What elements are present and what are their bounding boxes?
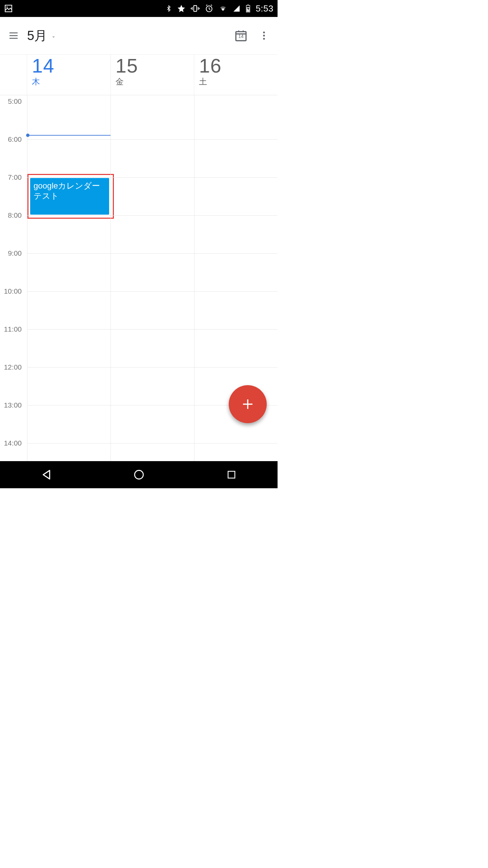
overflow-button[interactable] [256, 27, 272, 44]
home-icon [133, 469, 145, 480]
bluetooth-icon [165, 4, 172, 13]
more-vert-icon [259, 30, 269, 41]
add-event-fab[interactable] [229, 385, 267, 423]
hour-label: 13:00 [4, 401, 22, 409]
star-icon [177, 4, 186, 13]
time-gutter: 5:006:007:008:009:0010:0011:0012:0013:00… [0, 95, 27, 461]
vibrate-icon [190, 4, 200, 13]
today-icon-day: 14 [238, 34, 244, 39]
svg-line-11 [211, 5, 212, 5]
status-time: 5:53 [256, 3, 273, 14]
day-number: 14 [32, 56, 106, 76]
day-header-row: 14 木 15 金 16 土 [0, 54, 278, 95]
day-number: 16 [199, 56, 273, 76]
svg-point-24 [263, 38, 265, 40]
svg-point-23 [263, 35, 265, 36]
hour-label: 10:00 [4, 287, 22, 295]
day-header[interactable]: 15 金 [111, 55, 195, 95]
wifi-icon [218, 5, 228, 12]
back-icon [40, 468, 53, 481]
hour-label: 14:00 [4, 439, 22, 447]
status-left [4, 4, 13, 13]
calendar-grid[interactable]: 5:006:007:008:009:0010:0011:0012:0013:00… [0, 95, 278, 461]
hour-label: 8:00 [8, 211, 22, 219]
alarm-icon [205, 4, 214, 13]
signal-icon [232, 5, 241, 12]
menu-button[interactable] [5, 27, 22, 44]
month-label: 5月 [27, 27, 47, 44]
dropdown-icon [50, 34, 57, 40]
svg-point-1 [6, 6, 7, 7]
app-bar: 5月 14 [0, 17, 278, 54]
svg-line-9 [209, 9, 210, 9]
now-indicator [27, 135, 110, 136]
home-button[interactable] [131, 467, 147, 483]
day-number: 15 [116, 56, 189, 76]
day-column[interactable] [110, 95, 194, 461]
day-column[interactable]: googleカレンダーテスト [27, 95, 110, 461]
recent-button[interactable] [223, 467, 240, 483]
calendar-event[interactable]: googleカレンダーテスト [30, 178, 109, 215]
hour-label: 7:00 [8, 173, 22, 181]
day-header[interactable]: 16 土 [194, 55, 278, 95]
hour-label: 11:00 [4, 325, 22, 333]
plus-icon [241, 397, 255, 411]
today-button[interactable]: 14 [233, 27, 249, 44]
hamburger-icon [8, 30, 19, 41]
day-header-gutter [0, 55, 27, 95]
svg-rect-2 [194, 5, 197, 11]
svg-point-27 [135, 470, 143, 479]
status-right: 5:53 [165, 3, 273, 14]
hour-label: 9:00 [8, 249, 22, 257]
svg-rect-28 [228, 471, 235, 478]
status-bar: 5:53 [0, 0, 278, 17]
svg-line-10 [206, 5, 207, 5]
battery-icon [245, 4, 251, 13]
svg-rect-13 [247, 5, 249, 5]
day-weekday: 木 [32, 76, 106, 87]
day-weekday: 金 [116, 76, 189, 87]
day-header[interactable]: 14 木 [27, 55, 111, 95]
android-nav-bar [0, 461, 278, 488]
svg-point-22 [263, 32, 265, 33]
hour-label: 6:00 [8, 135, 22, 143]
day-weekday: 土 [199, 76, 273, 87]
hour-label: 12:00 [4, 363, 22, 371]
back-button[interactable] [38, 467, 55, 483]
recent-icon [226, 470, 237, 480]
hour-label: 5:00 [8, 97, 22, 105]
picture-icon [4, 4, 13, 13]
month-selector[interactable]: 5月 [27, 27, 57, 44]
